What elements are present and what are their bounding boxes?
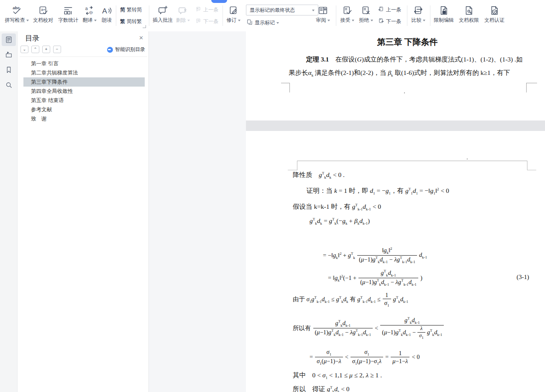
show-marks-button[interactable]: 显示标记 — [246, 19, 279, 26]
caret-down-icon — [423, 20, 425, 21]
prev-change-button[interactable]: 上一条 — [378, 5, 401, 14]
next-change-button[interactable]: 下一条 — [378, 17, 401, 26]
toc-item-references[interactable]: 参考文献 — [23, 105, 145, 114]
reject-button[interactable]: 拒绝 — [356, 4, 376, 29]
word-count-icon — [63, 4, 74, 17]
toc-item-chapter1[interactable]: 第一章 引言 — [23, 59, 145, 68]
marks-state-select[interactable]: 显示标记的最终状态 — [246, 5, 318, 15]
formula-expanded: = −‖gk‖2 + gTk ‖gk‖2(μ−1)gTkdk-1 − λgTk-… — [323, 246, 427, 264]
accept-button[interactable]: 接受 — [338, 4, 357, 29]
caret-down-icon — [352, 20, 354, 21]
active-tab-indicator — [211, 0, 227, 3]
reject-icon — [361, 4, 371, 17]
prev-comment-button[interactable]: 上一条 — [195, 5, 218, 14]
next-change-icon — [378, 18, 384, 26]
doc-permission-icon — [463, 4, 474, 17]
caret-down-icon — [94, 20, 97, 21]
text-boundary-line — [297, 161, 527, 161]
induction-line: 假设当 k=k-1 时，有 gTk-1dk-1 < 0 — [293, 202, 381, 211]
document-workspace: 第三章 下降条件 定理 3.1 在假设(G)成立的条件下，考虑共轭梯度法式(1-… — [149, 31, 545, 392]
word-count-button[interactable]: 字数统计 — [55, 4, 82, 29]
caret-down-icon — [187, 20, 190, 21]
simp-char-icon: 简 — [120, 6, 125, 13]
collapse-all-button[interactable]: − — [53, 46, 61, 53]
insert-comment-button[interactable]: 插入批注 — [151, 4, 175, 29]
text-boundary-mark — [527, 161, 527, 170]
spell-check-icon: abc — [11, 4, 22, 17]
delete-comment-button[interactable]: 删除 — [172, 4, 194, 29]
caret-down-icon — [371, 20, 373, 21]
delete-comment-icon — [177, 4, 188, 17]
caret-down-icon — [238, 20, 241, 21]
doc-permission-button[interactable]: 文档权限 — [457, 4, 481, 29]
doc-proof-icon: a — [38, 4, 49, 17]
app-window: abc 拼写检查 a 文档校对 字数统计 a中 翻译 A 朗 — [0, 0, 545, 392]
show-marks-icon — [246, 19, 253, 27]
next-comment-icon — [195, 18, 202, 26]
simp-to-trad-button[interactable]: 繁 简转繁 — [120, 17, 142, 26]
doc-auth-button[interactable]: 文档认证 — [482, 4, 507, 29]
document-page-2[interactable]: 降性质 gTkdk < 0 . 证明：当 k = 1 时，即 d1 = −g1，… — [246, 131, 545, 392]
review-pane-button[interactable]: 审阅 — [313, 4, 333, 29]
text-boundary-mark — [281, 83, 290, 92]
search-tab[interactable] — [2, 79, 16, 91]
prev-change-icon — [378, 6, 384, 14]
trad-char-icon: 繁 — [120, 18, 125, 25]
close-icon[interactable]: ✕ — [139, 35, 143, 41]
chapter-nav-tab[interactable] — [2, 49, 16, 61]
toc-item-chapter5[interactable]: 第五章 结束语 — [23, 96, 145, 105]
toc-item-chapter3[interactable]: 第三章下降条件 — [23, 77, 145, 87]
toc-item-acknowledgement[interactable]: 致 谢 — [23, 114, 145, 123]
paragraph-mark-dot — [467, 159, 468, 159]
toc-list-icon — [5, 36, 13, 44]
document-page-1[interactable]: 第三章 下降条件 定理 3.1 在假设(G)成立的条件下，考虑共轭梯度法式(1-… — [246, 31, 545, 120]
doc-proof-button[interactable]: a 文档校对 — [30, 4, 56, 29]
revise-button[interactable]: 修订 — [224, 4, 243, 29]
bookmark-tab[interactable] — [2, 64, 16, 76]
formula-gkdk: gTkdk = gTk(−gk + βkdk-1) — [310, 217, 370, 225]
toc-list-tab[interactable] — [2, 33, 16, 46]
svg-text:a: a — [41, 8, 43, 12]
restrict-edit-button[interactable]: 限制编辑 — [432, 4, 456, 29]
compare-button[interactable]: 比较 — [409, 4, 428, 29]
toc-item-chapter4[interactable]: 第四章全局收敛性 — [23, 87, 145, 96]
svg-text:A: A — [102, 7, 107, 15]
text-boundary-mark — [526, 83, 537, 92]
chapter-nav-icon — [5, 51, 13, 59]
proof-line: 证明：当 k = 1 时，即 d1 = −g1，有 gT1d1 = −‖g1‖2… — [307, 187, 449, 195]
change-nav-group: 上一条 下一条 — [378, 5, 401, 26]
toc-panel: 目录 ✕ ⌄ ⌃ + − 智能识别目录 第一章 引言 第二章共轭梯度算法 第三章… — [18, 31, 149, 392]
robot-circle-icon — [107, 47, 113, 53]
trad-to-simp-button[interactable]: 简 繁转简 — [120, 5, 142, 14]
caret-down-icon — [328, 20, 330, 21]
insert-comment-icon — [157, 4, 168, 17]
body-line: 定理 3.1 在假设(G)成立的条件下，考虑共轭梯度法式(1-1)、(1-2)、… — [289, 55, 523, 64]
text-boundary-mark — [288, 170, 297, 170]
collapse-up-button[interactable]: ⌃ — [31, 46, 39, 53]
paragraph-mark-dot — [404, 92, 405, 93]
expand-all-button[interactable]: + — [42, 46, 50, 53]
smart-toc-button[interactable]: 智能识别目录 — [107, 46, 145, 53]
toc-item-chapter2[interactable]: 第二章共轭梯度算法 — [23, 68, 145, 77]
revise-icon — [228, 4, 239, 17]
toc-controls: ⌄ ⌃ + − — [20, 46, 61, 53]
svg-text:a: a — [85, 6, 88, 11]
spell-check-button[interactable]: abc 拼写检查 — [3, 4, 30, 29]
group-expand-icon[interactable] — [143, 25, 146, 28]
caret-down-icon — [26, 20, 29, 21]
read-aloud-button[interactable]: A 朗读 — [97, 4, 116, 29]
svg-text:abc: abc — [13, 5, 20, 10]
body-line: 果步长αk 满足条件(2-1)和(2-2)，当 βk 取(1-6)式时，则算法对… — [289, 69, 510, 77]
text-boundary-mark — [297, 161, 297, 170]
since-line: 由于 σ1gTk-1dk-1 ≤ gTkdk 有 gTk-1dk-1 ≤ 1σ1… — [293, 291, 408, 308]
accept-icon — [342, 4, 353, 17]
descent-property-line: 降性质 gTkdk < 0 . — [293, 171, 345, 179]
next-comment-button[interactable]: 下一条 — [195, 17, 218, 26]
review-ribbon: abc 拼写检查 a 文档校对 字数统计 a中 翻译 A 朗 — [0, 0, 545, 32]
caret-down-icon — [276, 22, 279, 24]
expand-down-button[interactable]: ⌄ — [20, 46, 28, 53]
toc-panel-title: 目录 — [25, 33, 39, 43]
prev-comment-icon — [195, 6, 202, 14]
review-pane-icon — [317, 4, 328, 17]
compare-icon — [413, 4, 424, 17]
